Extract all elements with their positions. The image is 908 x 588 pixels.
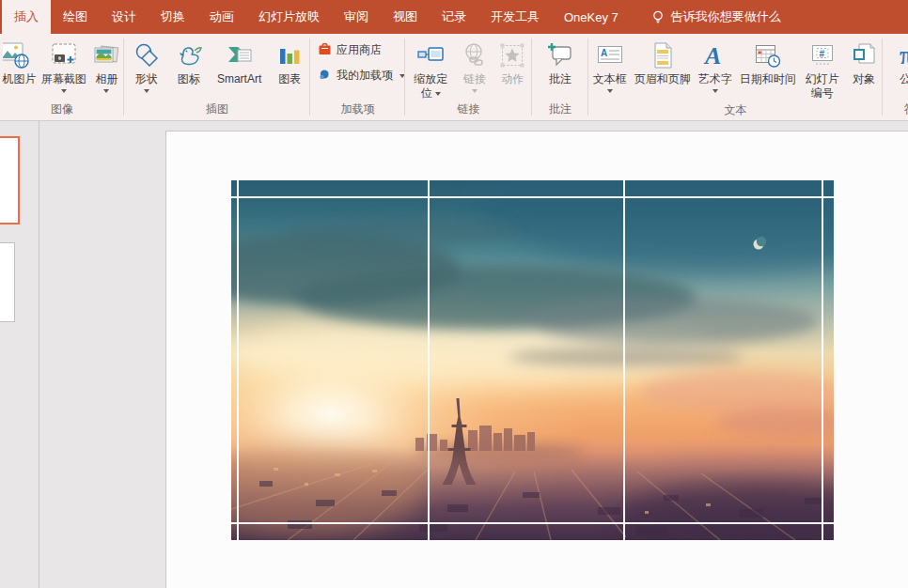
online-pictures-button[interactable]: 机图片 xyxy=(0,37,39,87)
tab-review[interactable]: 审阅 xyxy=(332,0,381,34)
grid-line-vertical-3 xyxy=(623,180,625,540)
button-label2: 编号 xyxy=(811,86,834,101)
button-label: 屏幕截图 xyxy=(41,72,86,86)
dropdown-arrow-icon xyxy=(61,89,67,93)
tab-label: 绘图 xyxy=(63,8,87,25)
dropdown-arrow-icon xyxy=(435,92,441,96)
equation-button[interactable]: π 公式 xyxy=(888,37,908,94)
zoom-link-icon xyxy=(416,38,445,72)
ribbon-group-symbols: π 公式 符号 xyxy=(883,34,908,120)
ribbon-group-images: 机图片 屏幕截图 xyxy=(0,34,124,120)
object-button[interactable]: 对象 xyxy=(845,37,883,87)
tab-insert[interactable]: 插入 xyxy=(2,0,51,34)
slide-canvas[interactable] xyxy=(165,131,908,588)
tab-label: 幻灯片放映 xyxy=(258,8,320,25)
ribbon-group-text: A 文本框 页眉和页脚 xyxy=(588,34,883,120)
group-label-symbols: 符号 xyxy=(883,101,908,120)
comment-button[interactable]: 批注 xyxy=(538,37,583,87)
button-label: 批注 xyxy=(549,72,571,86)
grid-line-vertical-1 xyxy=(237,180,239,540)
datetime-button[interactable]: 日期和时间 xyxy=(736,37,799,87)
button-label: 应用商店 xyxy=(337,42,382,58)
icons-button[interactable]: 图标 xyxy=(168,37,209,87)
dropdown-arrow-icon xyxy=(607,89,613,93)
button-label: 日期和时间 xyxy=(740,72,796,86)
store-icon xyxy=(318,41,332,58)
slide-number-button[interactable]: # 幻灯片 编号 xyxy=(799,37,845,101)
photo-album-icon xyxy=(92,38,120,72)
datetime-icon xyxy=(754,38,782,72)
equation-icon: π xyxy=(897,38,908,72)
button-label: 相册 xyxy=(95,72,117,86)
group-label-links: 链接 xyxy=(405,101,532,120)
svg-text:#: # xyxy=(819,48,824,58)
chart-icon xyxy=(276,38,303,72)
zoom-button[interactable]: 缩放定 位 xyxy=(405,37,456,101)
tab-label: 设计 xyxy=(112,8,136,25)
dropdown-arrow-icon xyxy=(144,89,149,93)
svg-text:A: A xyxy=(703,42,721,70)
button-label: 链接 xyxy=(463,72,486,86)
tab-label: 记录 xyxy=(442,8,466,25)
slide-thumbnail-panel[interactable] xyxy=(0,121,39,588)
tab-view[interactable]: 视图 xyxy=(381,0,430,34)
link-button: 链接 xyxy=(456,37,493,94)
wordart-button[interactable]: A 艺术字 xyxy=(694,37,736,94)
button-label: 公式 xyxy=(900,72,908,86)
button-label: 形状 xyxy=(135,72,158,86)
icons-duck-icon xyxy=(174,38,204,72)
button-label: 页眉和页脚 xyxy=(634,72,691,86)
grid-line-horizontal-1 xyxy=(231,196,834,198)
hyperlink-icon xyxy=(461,38,489,72)
chart-button[interactable]: 图表 xyxy=(270,37,310,87)
shapes-button[interactable]: 形状 xyxy=(124,37,168,94)
tab-label: 插入 xyxy=(14,8,39,25)
ribbon-tab-bar: 插入 绘图 设计 切换 动画 幻灯片放映 审阅 视图 记录 开发工具 OneKe… xyxy=(0,0,908,34)
button-label: 我的加载项 xyxy=(337,68,393,84)
ribbon-group-illustrations: 形状 图标 xyxy=(124,34,310,120)
tab-slideshow[interactable]: 幻灯片放映 xyxy=(246,0,332,34)
tab-animations[interactable]: 动画 xyxy=(197,0,246,34)
action-button: 动作 xyxy=(493,37,532,87)
button-label2: 位 xyxy=(421,86,432,100)
tab-recording[interactable]: 记录 xyxy=(430,0,478,34)
tab-design[interactable]: 设计 xyxy=(100,0,149,34)
smartart-icon xyxy=(225,38,255,72)
slide-picture-paris-sunset[interactable] xyxy=(231,180,834,540)
tab-label: 开发工具 xyxy=(491,8,540,25)
slide-thumbnail-1-selected[interactable] xyxy=(0,136,20,224)
button-label: 机图片 xyxy=(2,72,36,86)
slide-thumbnail-2[interactable] xyxy=(0,242,15,322)
tab-label: OneKey 7 xyxy=(564,10,618,24)
header-footer-button[interactable]: 页眉和页脚 xyxy=(631,37,694,87)
tell-me-box[interactable]: 告诉我你想要做什么 xyxy=(640,0,792,34)
tab-onekey[interactable]: OneKey 7 xyxy=(552,0,631,34)
tab-developer[interactable]: 开发工具 xyxy=(478,0,552,34)
comment-icon xyxy=(546,38,574,72)
dropdown-arrow-icon xyxy=(472,89,477,93)
tab-transitions[interactable]: 切换 xyxy=(149,0,197,34)
button-label: 幻灯片 xyxy=(806,72,839,86)
photo-album-button[interactable]: 相册 xyxy=(89,37,124,94)
smartart-button[interactable]: SmartArt xyxy=(210,37,270,87)
group-label-illustrations: 插图 xyxy=(124,101,310,120)
group-label-images: 图像 xyxy=(0,101,124,120)
ribbon-group-comments: 批注 批注 xyxy=(532,34,588,120)
screenshot-button[interactable]: 屏幕截图 xyxy=(39,37,89,94)
tab-draw[interactable]: 绘图 xyxy=(51,0,100,34)
grid-line-vertical-4 xyxy=(822,180,823,540)
tell-me-label: 告诉我你想要做什么 xyxy=(671,8,781,25)
my-addins-button[interactable]: 我的加载项 xyxy=(318,67,405,84)
ribbon-group-addins: 应用商店 我的加载项 加载项 xyxy=(310,34,405,120)
button-label: 图标 xyxy=(178,72,200,86)
textbox-icon: A xyxy=(596,38,624,72)
textbox-button[interactable]: A 文本框 xyxy=(588,37,631,94)
store-button[interactable]: 应用商店 xyxy=(318,41,382,58)
button-label: 图表 xyxy=(278,72,301,86)
action-icon xyxy=(499,38,525,72)
tab-label: 审阅 xyxy=(344,8,368,25)
button-label: 对象 xyxy=(853,72,875,86)
button-label: SmartArt xyxy=(217,72,261,86)
shapes-icon xyxy=(133,38,161,72)
header-footer-icon xyxy=(650,38,675,72)
